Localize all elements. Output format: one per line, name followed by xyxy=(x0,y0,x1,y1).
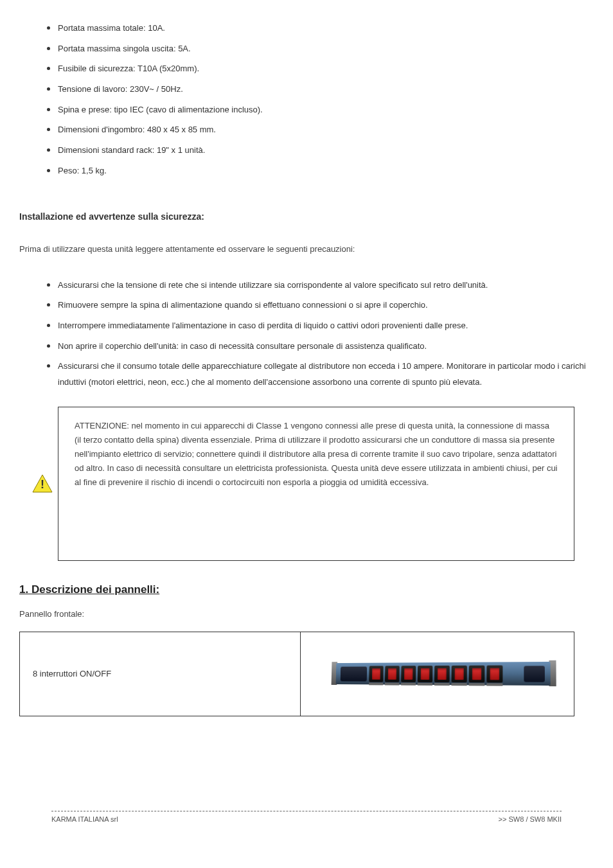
power-switch-icon xyxy=(369,666,384,682)
product-image-cell xyxy=(301,632,574,716)
list-item: Portata massima singola uscita: 5A. xyxy=(58,37,594,57)
list-item: Dimensioni d'ingombro: 480 x 45 x 85 mm. xyxy=(58,118,594,138)
list-item: Interrompere immediatamente l'alimentazi… xyxy=(58,314,594,334)
power-switch-icon xyxy=(434,666,450,682)
list-item: Assicurarsi che il consumo totale delle … xyxy=(58,354,594,390)
caution-box: ! ATTENZIONE: nel momento in cui apparec… xyxy=(32,407,574,561)
power-switch-icon xyxy=(469,665,485,682)
power-switch-icon xyxy=(487,665,503,682)
product-panel-table: 8 interruttori ON/OFF xyxy=(19,632,574,716)
power-switch-icon xyxy=(418,666,432,682)
power-switch-icon xyxy=(452,665,467,682)
precautions-list: Assicurarsi che la tensione di rete che … xyxy=(58,273,594,391)
svg-text:!: ! xyxy=(40,478,44,491)
switch-row xyxy=(369,665,503,682)
panel-description-heading: 1. Descrizione dei pannelli: xyxy=(19,583,594,606)
specs-list: Portata massima totale: 10A. Portata mas… xyxy=(58,16,594,179)
list-item: Peso: 1,5 kg. xyxy=(58,159,594,179)
page-footer: KARMA ITALIANA srl >> SW8 / SW8 MKII xyxy=(51,811,562,823)
panel-description-subtext: Pannello frontale: xyxy=(19,609,594,619)
rack-unit-image xyxy=(336,653,551,695)
list-item: Dimensioni standard rack: 19" x 1 unità. xyxy=(58,138,594,159)
power-switch-icon xyxy=(385,666,400,682)
list-item: Fusibile di sicurezza: T10A (5x20mm). xyxy=(58,57,594,77)
list-item: Portata massima totale: 10A. xyxy=(58,16,594,37)
installation-heading: Installazione ed avvertenze sulla sicure… xyxy=(19,211,594,222)
caution-text: ATTENZIONE: nel momento in cui apparecch… xyxy=(58,407,574,561)
switch-description: 8 interruttori ON/OFF xyxy=(20,632,301,716)
list-item: Spina e prese: tipo IEC (cavo di aliment… xyxy=(58,98,594,118)
power-switch-icon xyxy=(401,666,416,682)
list-item: Rimuovere sempre la spina di alimentazio… xyxy=(58,293,594,314)
list-item: Non aprire il coperchio dell'unità: in c… xyxy=(58,334,594,355)
installation-desc: Prima di utilizzare questa unità leggere… xyxy=(19,244,594,254)
list-item: Tensione di lavoro: 230V~ / 50Hz. xyxy=(58,77,594,98)
list-item: Assicurarsi che la tensione di rete che … xyxy=(58,273,594,294)
footer-model: >> SW8 / SW8 MKII xyxy=(499,815,562,823)
warning-icon: ! xyxy=(32,474,53,496)
footer-company: KARMA ITALIANA srl xyxy=(51,815,118,823)
